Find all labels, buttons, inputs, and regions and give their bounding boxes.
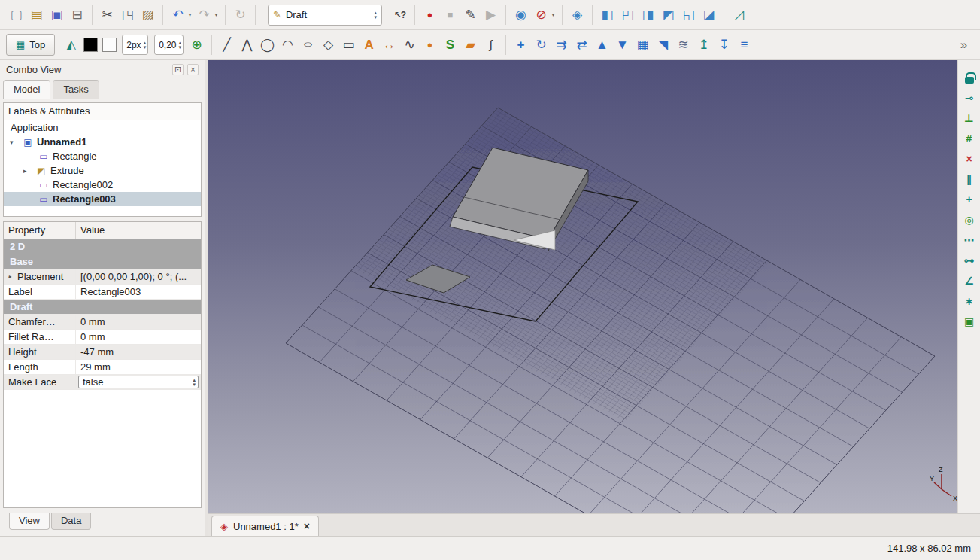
save-icon[interactable]: ▣ <box>47 5 67 25</box>
upgrade-tool-icon[interactable]: ▲ <box>592 35 612 55</box>
view-bottom-icon[interactable]: ◱ <box>678 5 699 25</box>
working-plane-button[interactable]: ▦ Top <box>6 34 55 56</box>
autogroup-icon[interactable]: ⊕ <box>187 35 207 55</box>
expander-icon[interactable]: ▾ <box>10 138 21 146</box>
bezier-tool-icon[interactable]: ʃ <box>481 35 501 55</box>
measure-distance-icon[interactable]: ◿ <box>729 5 749 25</box>
new-document-icon[interactable]: ▢ <box>6 5 26 25</box>
snap-perpendicular-icon[interactable]: ⊥ <box>961 110 978 126</box>
tree-item-rectangle003[interactable]: ▭ Rectangle003 <box>4 192 201 206</box>
property-value[interactable]: [(0,00 0,00 1,00); 0 °; (... <box>76 270 201 283</box>
shapestring-tool-icon[interactable]: S <box>440 35 460 55</box>
clipping-icon[interactable]: ⊘ <box>531 5 551 25</box>
spin-arrows[interactable]: ▴▾ <box>179 41 182 50</box>
ellipse-tool-icon[interactable]: ○ <box>294 38 321 52</box>
offset-tool-icon[interactable]: ⇉ <box>551 35 572 55</box>
downgrade-tool-icon[interactable]: ▼ <box>612 35 633 55</box>
tab-model[interactable]: Model <box>3 80 50 99</box>
spin-arrows[interactable]: ▴▾ <box>144 41 147 50</box>
line-width-spinbox[interactable]: 2px ▴▾ <box>122 35 148 55</box>
snap-intersection-icon[interactable]: × <box>961 151 978 167</box>
snap-working-plane-icon[interactable]: ▣ <box>961 313 978 330</box>
draft-to-sketch-icon[interactable]: ≋ <box>673 35 693 55</box>
refresh-icon[interactable]: ↻ <box>230 5 250 25</box>
copy-icon[interactable]: ◳ <box>117 5 138 25</box>
property-value[interactable]: Rectangle003 <box>76 285 201 298</box>
array-tool-icon[interactable]: ▦ <box>633 35 653 55</box>
snap-midpoint-icon[interactable]: ⊶ <box>961 252 978 269</box>
combo-spin-arrows[interactable]: ▴▾ <box>374 11 377 20</box>
text-tool-icon[interactable]: A <box>359 35 379 55</box>
construction-mode-icon[interactable]: ◭ <box>61 35 81 55</box>
tree-item-rectangle002[interactable]: ▭ Rectangle002 <box>4 178 201 192</box>
view-left-icon[interactable]: ◪ <box>699 5 719 25</box>
property-value[interactable]: 0 mm <box>76 315 201 328</box>
point-tool-icon[interactable]: ● <box>420 35 440 55</box>
toolbar-overflow-icon[interactable]: » <box>954 35 974 55</box>
property-row-height[interactable]: Height -47 mm <box>4 345 201 360</box>
line-tool-icon[interactable]: ╱ <box>217 35 237 55</box>
move-tool-icon[interactable]: + <box>511 35 531 55</box>
zoom-fit-icon[interactable]: ◉ <box>511 5 531 25</box>
open-folder-icon[interactable]: ▤ <box>26 5 47 25</box>
redo-dropdown-icon[interactable]: ▾ <box>212 5 220 25</box>
rectangle003-shape[interactable] <box>406 265 470 293</box>
property-row-placement[interactable]: ▸Placement [(0,00 0,00 1,00); 0 °; (... <box>4 269 201 285</box>
workbench-selector[interactable]: ✎ Draft ▴▾ <box>268 5 382 26</box>
property-row-fillet[interactable]: Fillet Ra… 0 mm <box>4 330 201 345</box>
snap-special-icon[interactable]: ∗ <box>961 293 978 309</box>
snap-grid-icon[interactable]: # <box>961 130 978 147</box>
property-row-make-face[interactable]: Make Face false ▴▾ <box>4 375 201 390</box>
whats-this-icon[interactable]: ↖? <box>390 5 410 25</box>
paste-icon[interactable]: ▨ <box>138 5 158 25</box>
close-icon[interactable]: × <box>304 520 310 532</box>
tree-item-rectangle[interactable]: ▭ Rectangle <box>4 149 201 163</box>
view-rear-icon[interactable]: ◩ <box>658 5 678 25</box>
property-row-chamfer[interactable]: Chamfer… 0 mm <box>4 315 201 330</box>
view-axonometric-icon[interactable]: ◈ <box>567 5 587 25</box>
print-icon[interactable]: ⊟ <box>67 5 87 25</box>
expander-icon[interactable]: ▸ <box>8 273 17 280</box>
tab-view[interactable]: View <box>9 513 50 530</box>
combo-spin-arrows[interactable]: ▴▾ <box>193 378 196 387</box>
tree-item-unnamed1[interactable]: ▾ ▣ Unnamed1 <box>4 135 201 149</box>
add-point-icon[interactable]: ↥ <box>693 35 714 55</box>
make-face-combobox[interactable]: false ▴▾ <box>78 376 199 388</box>
scale-tool-icon[interactable]: ◥ <box>653 35 673 55</box>
macro-record-icon[interactable]: ● <box>420 5 440 25</box>
snap-lock-icon[interactable] <box>961 69 978 86</box>
rotate-tool-icon[interactable]: ↻ <box>531 35 551 55</box>
view-front-icon[interactable]: ◧ <box>597 5 617 25</box>
panel-float-icon[interactable]: ⊡ <box>172 64 184 75</box>
3d-scene[interactable]: Z Y X <box>208 60 957 513</box>
snap-endpoint-icon[interactable]: ⊸ <box>961 90 978 106</box>
tree-item-extrude[interactable]: ▸ ◩ Extrude <box>4 163 201 178</box>
cut-icon[interactable]: ✂ <box>97 5 117 25</box>
face-color-swatch[interactable] <box>102 38 117 52</box>
undo-icon[interactable]: ↶ <box>168 5 188 25</box>
layer-manager-icon[interactable]: ≡ <box>734 35 754 55</box>
undo-dropdown-icon[interactable]: ▾ <box>186 5 194 25</box>
scale-spinbox[interactable]: 0,20 ▴▾ <box>154 35 184 55</box>
snap-parallel-icon[interactable]: ∥ <box>961 171 978 187</box>
snap-ortho-icon[interactable]: + <box>961 191 978 208</box>
bspline-tool-icon[interactable]: ∿ <box>399 35 420 55</box>
snap-angle-icon[interactable]: ∠ <box>961 272 978 289</box>
property-row-length[interactable]: Length 29 mm <box>4 360 201 375</box>
trimex-tool-icon[interactable]: ⇄ <box>572 35 592 55</box>
property-value[interactable]: 29 mm <box>76 361 201 373</box>
tree-root-application[interactable]: Application <box>4 120 201 135</box>
remove-point-icon[interactable]: ↧ <box>714 35 734 55</box>
view-right-icon[interactable]: ◨ <box>638 5 658 25</box>
dimension-tool-icon[interactable]: ↔ <box>379 35 399 55</box>
expander-icon[interactable]: ▸ <box>23 167 35 175</box>
macro-stop-icon[interactable]: ■ <box>440 5 460 25</box>
property-value[interactable]: -47 mm <box>76 345 201 358</box>
tab-tasks[interactable]: Tasks <box>53 80 99 99</box>
circle-tool-icon[interactable]: ◯ <box>257 35 278 55</box>
line-color-swatch[interactable] <box>83 38 98 52</box>
property-row-label[interactable]: Label Rectangle003 <box>4 285 201 300</box>
3d-viewport[interactable]: Z Y X <box>208 60 957 513</box>
rectangle-tool-icon[interactable]: ▭ <box>338 35 359 55</box>
macro-play-icon[interactable]: ▶ <box>481 5 501 25</box>
